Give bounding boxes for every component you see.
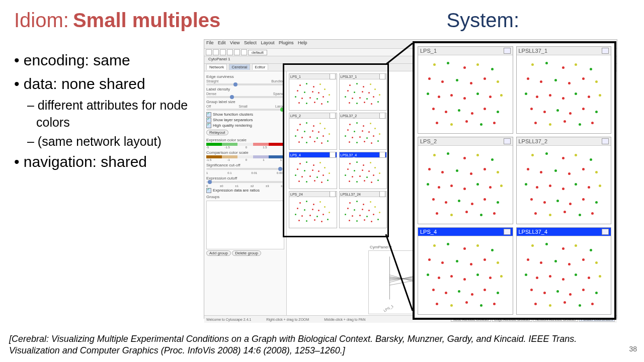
save-icon[interactable] bbox=[213, 49, 219, 55]
small-multiple-tile[interactable]: LPS_2 bbox=[289, 113, 337, 150]
relayout-button[interactable]: Relayout bbox=[206, 130, 228, 135]
straight-label: Straight bbox=[206, 79, 218, 83]
small-multiple-tile[interactable]: LPS_24 bbox=[289, 191, 337, 228]
zoom-in-icon[interactable] bbox=[220, 49, 226, 55]
menu-help[interactable]: Help bbox=[298, 40, 307, 45]
small-multiple-tile[interactable]: LPSL37_1 bbox=[339, 73, 387, 111]
zoom-tile[interactable]: LPS_1 bbox=[418, 46, 513, 134]
comparison-color-scale-label: Comparison color scale bbox=[206, 150, 284, 155]
tile-label: LPSL37_2 bbox=[341, 114, 357, 118]
tile-icon[interactable] bbox=[330, 191, 336, 197]
small-multiple-tile[interactable]: LPS_4 bbox=[289, 152, 337, 189]
tile-icon[interactable] bbox=[330, 113, 336, 119]
menu-layout[interactable]: Layout bbox=[261, 40, 274, 45]
edge-curviness-slider[interactable] bbox=[206, 83, 284, 85]
zoom-tile-label: LPS_2 bbox=[420, 138, 437, 144]
tile-icon[interactable] bbox=[379, 191, 385, 197]
tile-label: LPSL37_4 bbox=[341, 153, 357, 157]
tile-icon[interactable] bbox=[330, 152, 336, 158]
tile-label: LPS_4 bbox=[290, 153, 301, 157]
system-label: System: bbox=[447, 9, 519, 32]
significance-cutoff-label: Significance cut-off bbox=[206, 163, 284, 167]
bullet-attrs: different attributes for node colors bbox=[27, 97, 200, 131]
menu-view[interactable]: View bbox=[230, 40, 239, 45]
small-multiple-tile[interactable]: LPSLL37_24 bbox=[339, 191, 387, 228]
small-label: Small bbox=[238, 105, 248, 108]
status-zoom: Right-click + drag to ZOOM bbox=[266, 318, 309, 321]
zoom-out-icon[interactable] bbox=[227, 49, 233, 55]
expression-ratios-checkbox[interactable]: Expression data are ratios bbox=[206, 188, 284, 193]
groups-list[interactable] bbox=[206, 201, 284, 249]
zoom-tile[interactable]: LPSLL37_1 bbox=[516, 46, 612, 134]
bullet-data: data: none shared bbox=[14, 74, 200, 95]
idiom-title: Small multiples bbox=[73, 9, 220, 32]
layout-dropdown[interactable]: default bbox=[248, 50, 267, 55]
menu-edit[interactable]: Edit bbox=[218, 40, 226, 45]
zoom-tile-icon[interactable] bbox=[602, 48, 609, 54]
zoom-tile-icon[interactable] bbox=[602, 138, 609, 144]
bundled-label: Bundled bbox=[271, 79, 284, 83]
status-pan: Middle-click + drag to PAN bbox=[324, 318, 365, 321]
add-group-button[interactable]: Add group bbox=[206, 250, 231, 256]
zoom-tile[interactable]: LPS_4 bbox=[418, 227, 513, 315]
off-label: Off bbox=[206, 105, 211, 108]
expression-cutoff-label: Expression cutoff bbox=[206, 176, 284, 180]
tile-label: LPSL37_1 bbox=[341, 75, 357, 78]
zoom-tile-label: LPSLL37_2 bbox=[519, 138, 548, 144]
tab-cerebral[interactable]: Cerebral bbox=[229, 64, 251, 70]
zoom-tile-icon[interactable] bbox=[504, 48, 511, 54]
status-welcome: Welcome to Cytoscape 2.4.1 bbox=[206, 318, 251, 321]
delete-group-button[interactable]: Delete group bbox=[232, 250, 261, 256]
sparse-label: Sparse bbox=[273, 92, 284, 96]
menu-file[interactable]: File bbox=[206, 40, 214, 45]
menu-plugins[interactable]: Plugins bbox=[279, 40, 294, 45]
high-quality-rendering-checkbox[interactable]: High quality rendering bbox=[206, 123, 284, 128]
tile-icon[interactable] bbox=[379, 73, 385, 79]
small-multiple-tile[interactable]: LPS_1 bbox=[289, 73, 337, 111]
zoom-tile-label: LPSLL37_1 bbox=[519, 48, 548, 54]
small-multiple-tile[interactable]: LPSL37_2 bbox=[339, 113, 387, 150]
cympanel-label: CymPanel 2 bbox=[370, 245, 392, 249]
menu-select[interactable]: Select bbox=[244, 40, 257, 45]
tile-icon[interactable] bbox=[379, 113, 385, 119]
zoom-tile-icon[interactable] bbox=[504, 229, 511, 235]
bullet-nav: navigation: shared bbox=[14, 152, 200, 172]
tile-icon[interactable] bbox=[330, 73, 336, 79]
tile-label: LPS_2 bbox=[290, 114, 301, 118]
zoom-tile-label: LPS_4 bbox=[420, 229, 437, 235]
zoom-tile[interactable]: LPSLL37_2 bbox=[516, 137, 612, 224]
fit-icon[interactable] bbox=[234, 49, 240, 55]
fit-selected-icon[interactable] bbox=[241, 49, 247, 55]
left-control-panel: Edge curviness StraightBundled Label den… bbox=[204, 71, 287, 315]
tile-label: LPSLL37_24 bbox=[341, 193, 361, 196]
bullet-encoding: encoding: same bbox=[14, 50, 200, 71]
expression-cutoff-slider[interactable] bbox=[206, 181, 284, 183]
group-label-size-slider[interactable] bbox=[206, 109, 284, 111]
tile-icon[interactable] bbox=[379, 152, 385, 158]
zoom-tile-label: LPS_1 bbox=[420, 48, 437, 54]
citation: [Cerebral: Visualizing Multiple Experime… bbox=[9, 333, 614, 356]
expression-color-scale-label: Expression color scale bbox=[206, 138, 284, 142]
significance-slider[interactable] bbox=[206, 168, 284, 170]
open-icon[interactable] bbox=[206, 49, 212, 55]
idiom-label: Idiom: bbox=[14, 9, 69, 32]
edge-curviness-label: Edge curviness bbox=[206, 74, 284, 79]
small-multiple-tile[interactable]: LPSL37_4 bbox=[339, 152, 387, 189]
zoom-tile-icon[interactable] bbox=[504, 138, 511, 144]
zoom-callout: LPS_1LPSLL37_1LPS_2LPSLL37_2LPS_4LPSLL37… bbox=[413, 41, 616, 320]
cytopanel-label: CytoPanel 1 bbox=[206, 56, 233, 62]
figure-area: File Edit View Select Layout Plugins Hel… bbox=[204, 39, 616, 318]
label-density-label: Label density bbox=[206, 87, 284, 92]
zoom-tile-label: LPSLL37_4 bbox=[519, 229, 548, 235]
show-function-clusters-checkbox[interactable]: Show function clusters bbox=[206, 112, 284, 117]
show-layer-separators-checkbox[interactable]: Show layer separators bbox=[206, 118, 284, 123]
zoom-tile-icon[interactable] bbox=[602, 229, 609, 235]
page-number: 38 bbox=[629, 345, 637, 353]
tile-label: LPS_24 bbox=[290, 193, 303, 196]
zoom-tile[interactable]: LPSLL37_4 bbox=[516, 227, 612, 315]
tab-editor[interactable]: Editor bbox=[252, 64, 269, 70]
tab-network[interactable]: Network bbox=[206, 64, 227, 70]
zoom-tile[interactable]: LPS_2 bbox=[418, 137, 513, 224]
group-label-size-label: Group label size bbox=[206, 100, 284, 104]
label-density-slider[interactable] bbox=[206, 96, 284, 98]
